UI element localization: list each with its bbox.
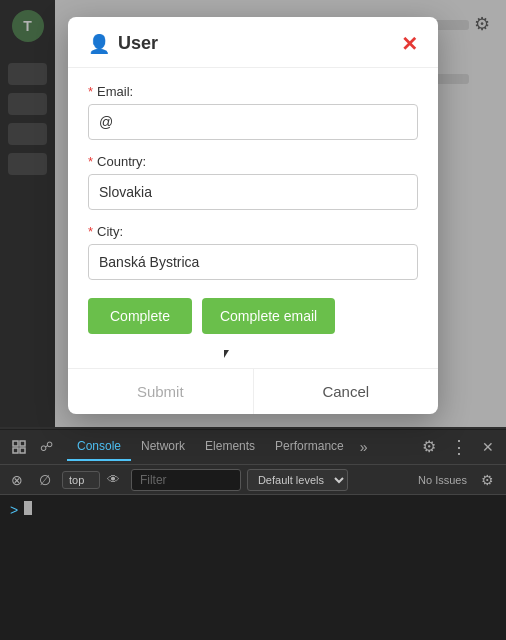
devtools-settings-btn[interactable]: ⚙ (416, 433, 442, 460)
action-buttons: Complete Complete email (88, 298, 418, 334)
svg-rect-1 (20, 441, 25, 446)
devtools-panel: ☍ Console Network Elements Performance »… (0, 427, 506, 640)
devtools-device-btn[interactable]: ☍ (34, 435, 59, 458)
modal-footer: Submit Cancel (68, 368, 438, 414)
console-filter-input[interactable] (131, 469, 241, 491)
tab-network[interactable]: Network (131, 433, 195, 461)
modal-title-area: 👤 User (88, 33, 158, 55)
top-frame-wrapper: top ▼ (62, 471, 96, 489)
devtools-console[interactable]: > (0, 495, 506, 640)
email-field-group: * Email: (88, 84, 418, 140)
modal-overlay: 👤 User ✕ * Email: * Country: (0, 0, 506, 430)
tab-performance[interactable]: Performance (265, 433, 354, 461)
console-settings-btn[interactable]: ⚙ (475, 468, 500, 492)
console-filter-toggle[interactable]: ∅ (34, 470, 56, 490)
svg-rect-0 (13, 441, 18, 446)
country-label: * Country: (88, 154, 418, 169)
country-required-marker: * (88, 154, 93, 169)
devtools-menu-btn[interactable]: ⋮ (444, 432, 474, 462)
email-label: * Email: (88, 84, 418, 99)
complete-button[interactable]: Complete (88, 298, 192, 334)
top-frame-select[interactable]: top (62, 471, 100, 489)
tab-elements[interactable]: Elements (195, 433, 265, 461)
close-button[interactable]: ✕ (401, 34, 418, 54)
console-cursor (24, 501, 32, 515)
tab-console[interactable]: Console (67, 433, 131, 461)
user-icon: 👤 (88, 33, 110, 55)
submit-button[interactable]: Submit (68, 369, 254, 414)
svg-rect-2 (13, 448, 18, 453)
email-input[interactable] (88, 104, 418, 140)
email-required-marker: * (88, 84, 93, 99)
city-required-marker: * (88, 224, 93, 239)
modal-title: User (118, 33, 158, 54)
svg-rect-3 (20, 448, 25, 453)
devtools-secondary-toolbar: ⊗ ∅ top ▼ 👁 Default levels No Issues ⚙ (0, 465, 506, 495)
devtools-right-icons: ⚙ ⋮ ✕ (416, 432, 500, 462)
devtools-more-tabs[interactable]: » (354, 435, 374, 459)
devtools-inspect-btn[interactable] (6, 436, 32, 458)
country-field-group: * Country: (88, 154, 418, 210)
modal-body: * Email: * Country: * City: (68, 68, 438, 354)
console-issues-badge: No Issues (418, 474, 467, 486)
country-input[interactable] (88, 174, 418, 210)
city-input[interactable] (88, 244, 418, 280)
complete-email-button[interactable]: Complete email (202, 298, 335, 334)
console-prompt: > (10, 502, 18, 518)
devtools-close-btn[interactable]: ✕ (476, 435, 500, 459)
user-modal: 👤 User ✕ * Email: * Country: (68, 17, 438, 414)
devtools-tabs: Console Network Elements Performance » (67, 433, 414, 461)
console-eye-btn[interactable]: 👁 (102, 470, 125, 489)
devtools-toolbar: ☍ Console Network Elements Performance »… (0, 429, 506, 465)
cancel-button[interactable]: Cancel (254, 369, 439, 414)
console-clear-btn[interactable]: ⊗ (6, 470, 28, 490)
modal-header: 👤 User ✕ (68, 17, 438, 68)
console-levels-select[interactable]: Default levels (247, 469, 348, 491)
city-label: * City: (88, 224, 418, 239)
city-field-group: * City: (88, 224, 418, 280)
